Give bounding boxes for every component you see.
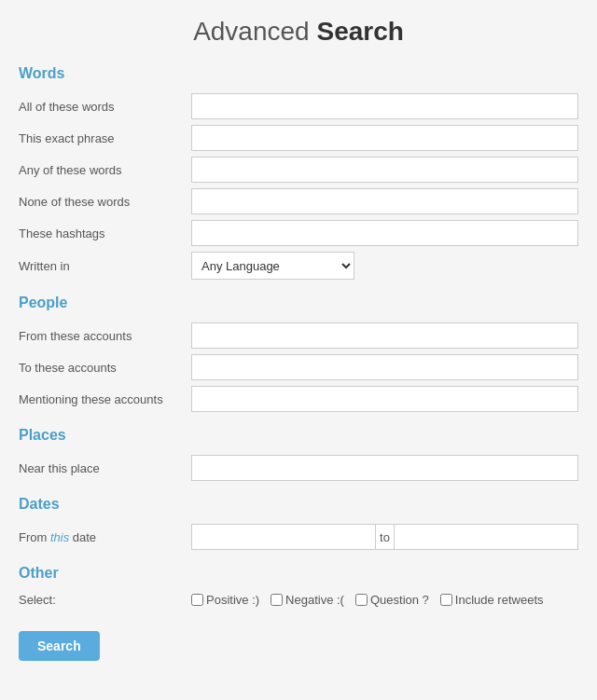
mentioning-accounts-input[interactable] — [191, 386, 578, 412]
negative-label: Negative :( — [285, 593, 344, 607]
hashtags-input[interactable] — [191, 220, 578, 246]
all-words-input[interactable] — [191, 93, 578, 119]
from-accounts-row: From these accounts — [19, 323, 578, 349]
select-row: Select: Positive :) Negative :( Question… — [19, 593, 578, 607]
dates-row: From this date to — [19, 524, 578, 550]
places-section: Places Near this place — [19, 427, 578, 481]
any-words-label: Any of these words — [19, 163, 191, 177]
to-date-input[interactable] — [394, 524, 578, 550]
checkboxes-group: Positive :) Negative :( Question ? Inclu… — [191, 593, 544, 607]
to-accounts-row: To these accounts — [19, 354, 578, 380]
exact-phrase-row: This exact phrase — [19, 125, 578, 151]
words-heading: Words — [19, 65, 578, 84]
other-section: Other Select: Positive :) Negative :( Qu… — [19, 565, 578, 607]
to-accounts-label: To these accounts — [19, 361, 191, 375]
language-row: Written in Any Language English French S… — [19, 252, 578, 280]
mentioning-accounts-row: Mentioning these accounts — [19, 386, 578, 412]
from-date-label: From this date — [19, 530, 191, 544]
other-heading: Other — [19, 565, 578, 583]
question-label: Question ? — [370, 593, 429, 607]
mentioning-accounts-label: Mentioning these accounts — [19, 392, 191, 406]
question-checkbox-label[interactable]: Question ? — [355, 593, 429, 607]
positive-checkbox[interactable] — [191, 594, 203, 606]
date-input-group: to — [191, 524, 578, 550]
places-heading: Places — [19, 427, 578, 446]
question-checkbox[interactable] — [355, 594, 368, 606]
none-words-label: None of these words — [19, 195, 191, 209]
any-words-row: Any of these words — [19, 157, 578, 183]
from-accounts-input[interactable] — [191, 323, 578, 349]
exact-phrase-label: This exact phrase — [19, 131, 191, 145]
negative-checkbox[interactable] — [271, 594, 283, 606]
near-place-input[interactable] — [191, 455, 578, 481]
date-to-separator: to — [376, 524, 394, 550]
words-section: Words All of these words This exact phra… — [19, 65, 578, 280]
page-container: Advanced Search Words All of these words… — [0, 0, 597, 700]
all-words-label: All of these words — [19, 100, 191, 114]
dates-heading: Dates — [19, 496, 578, 515]
retweets-checkbox[interactable] — [440, 594, 452, 606]
people-section: People From these accounts To these acco… — [19, 295, 578, 412]
to-accounts-input[interactable] — [191, 354, 578, 380]
negative-checkbox-label[interactable]: Negative :( — [271, 593, 344, 607]
select-label: Select: — [19, 593, 191, 607]
near-place-row: Near this place — [19, 455, 578, 481]
from-date-input[interactable] — [191, 524, 376, 550]
dates-section: Dates From this date to — [19, 496, 578, 550]
retweets-label: Include retweets — [455, 593, 544, 607]
exact-phrase-input[interactable] — [191, 125, 578, 151]
from-accounts-label: From these accounts — [19, 329, 191, 343]
none-words-row: None of these words — [19, 188, 578, 214]
retweets-checkbox-label[interactable]: Include retweets — [440, 593, 544, 607]
any-words-input[interactable] — [191, 157, 578, 183]
language-label: Written in — [19, 259, 191, 273]
language-select[interactable]: Any Language English French Spanish Germ… — [191, 252, 354, 280]
hashtags-label: These hashtags — [19, 226, 191, 240]
near-place-label: Near this place — [19, 461, 191, 475]
search-button[interactable]: Search — [19, 631, 100, 661]
none-words-input[interactable] — [191, 188, 578, 214]
positive-checkbox-label[interactable]: Positive :) — [191, 593, 259, 607]
page-title: Advanced Search — [19, 0, 578, 65]
all-words-row: All of these words — [19, 93, 578, 119]
hashtags-row: These hashtags — [19, 220, 578, 246]
people-heading: People — [19, 295, 578, 313]
positive-label: Positive :) — [206, 593, 259, 607]
